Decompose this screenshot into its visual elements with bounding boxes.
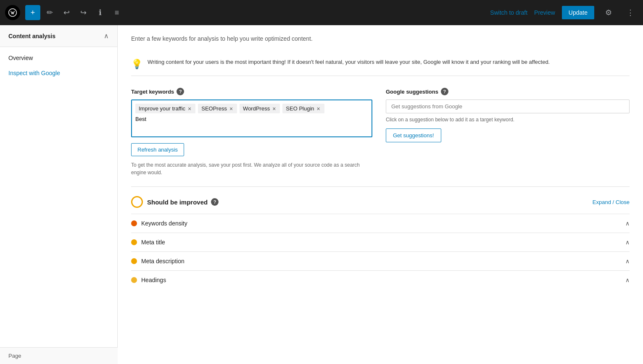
keyword-tag-wordpress: WordPress × xyxy=(240,104,280,113)
col-right: Google suggestions ? Click on a suggesti… xyxy=(386,88,630,176)
keywords-density-label: Keywords density xyxy=(141,220,187,227)
close-link[interactable]: Close xyxy=(616,199,630,205)
keyword-tag-label: SEO Plugin xyxy=(286,105,314,112)
add-block-button[interactable]: + xyxy=(25,5,40,20)
keyword-tag-improve-traffic: Improve your traffic × xyxy=(135,104,195,113)
analysis-item-headings[interactable]: Headings ∧ xyxy=(131,270,630,289)
bottom-bar-label: Page xyxy=(8,353,21,359)
improvement-title: Should be improved ? xyxy=(147,198,219,206)
update-button[interactable]: Update xyxy=(562,6,594,19)
sidebar-nav: Overview Inspect with Google xyxy=(0,47,117,84)
analysis-hint: To get the most accurate analysis, save … xyxy=(131,161,372,176)
google-suggestions-label: Google suggestions ? xyxy=(386,88,630,95)
bottom-bar: Page xyxy=(0,347,118,364)
keywords-density-dot xyxy=(131,220,137,226)
keyword-tag-remove-seo-plugin[interactable]: × xyxy=(316,106,321,112)
improvement-header: Should be improved ? Expand / Close xyxy=(131,190,630,214)
undo-button[interactable]: ↩ xyxy=(59,5,74,20)
analysis-item-keywords-density[interactable]: Keywords density ∧ xyxy=(131,214,630,233)
get-suggestions-button[interactable]: Get suggestions! xyxy=(386,128,441,142)
analysis-item-meta-title[interactable]: Meta title ∧ xyxy=(131,233,630,251)
more-options-icon[interactable]: ⋮ xyxy=(623,5,638,20)
hint-text: Enter a few keywords for analysis to hel… xyxy=(131,35,630,42)
headings-chevron: ∧ xyxy=(625,277,630,283)
two-col: Target keywords ? Improve your traffic ×… xyxy=(131,88,630,176)
meta-title-dot xyxy=(131,239,137,245)
preview-button[interactable]: Preview xyxy=(534,9,555,16)
topbar: + ✏ ↩ ↪ ℹ ≡ Switch to draft Preview Upda… xyxy=(0,0,643,25)
keyword-tag-seopress: SEOPress × xyxy=(198,104,237,113)
wp-logo[interactable] xyxy=(5,5,20,20)
redo-button[interactable]: ↪ xyxy=(76,5,91,20)
target-keywords-label: Target keywords ? xyxy=(131,88,372,95)
list-view-button[interactable]: ≡ xyxy=(109,5,124,20)
sidebar-item-inspect[interactable]: Inspect with Google xyxy=(0,65,117,81)
keyword-tag-remove-improve-traffic[interactable]: × xyxy=(187,106,192,112)
target-keywords-help-icon[interactable]: ? xyxy=(177,88,184,95)
keywords-input-box[interactable]: Improve your traffic × SEOPress × WordPr… xyxy=(131,100,372,137)
sidebar-panel-title: Content analysis xyxy=(8,33,55,39)
improvement-help-icon[interactable]: ? xyxy=(211,198,219,206)
main-content: Enter a few keywords for analysis to hel… xyxy=(118,25,643,364)
improvement-status-circle xyxy=(131,196,143,208)
sidebar-panel-header: Content analysis ∧ xyxy=(0,25,117,47)
keyword-tag-remove-seopress[interactable]: × xyxy=(229,106,234,112)
suggestions-hint: Click on a suggestion below to add it as… xyxy=(386,117,630,123)
section-divider xyxy=(131,186,630,187)
col-left: Target keywords ? Improve your traffic ×… xyxy=(131,88,372,176)
topbar-tools: + ✏ ↩ ↪ ℹ ≡ xyxy=(25,5,124,20)
meta-description-dot xyxy=(131,258,137,264)
meta-description-chevron: ∧ xyxy=(625,258,630,264)
switch-draft-button[interactable]: Switch to draft xyxy=(490,9,527,16)
keyword-input[interactable] xyxy=(135,116,206,122)
sidebar-item-overview[interactable]: Overview xyxy=(0,50,117,65)
google-suggestions-help-icon[interactable]: ? xyxy=(441,88,448,95)
headings-label: Headings xyxy=(141,277,166,283)
edit-button[interactable]: ✏ xyxy=(42,5,57,20)
layout: Content analysis ∧ Overview Inspect with… xyxy=(0,25,643,364)
expand-link[interactable]: Expand xyxy=(593,199,611,205)
keyword-tag-label: WordPress xyxy=(243,105,270,112)
keyword-tag-label: SEOPress xyxy=(201,105,227,112)
keyword-tag-label: Improve your traffic xyxy=(139,105,185,112)
warning-icon: 💡 xyxy=(131,59,142,70)
keyword-tag-seo-plugin: SEO Plugin × xyxy=(282,104,324,113)
meta-title-label: Meta title xyxy=(141,239,165,246)
refresh-analysis-button[interactable]: Refresh analysis xyxy=(131,143,184,156)
google-suggestions-input[interactable] xyxy=(386,100,630,113)
sidebar: Content analysis ∧ Overview Inspect with… xyxy=(0,25,118,364)
headings-dot xyxy=(131,277,137,283)
keywords-density-chevron: ∧ xyxy=(625,220,630,227)
meta-title-chevron: ∧ xyxy=(625,239,630,246)
analysis-item-meta-description[interactable]: Meta description ∧ xyxy=(131,251,630,270)
expand-close-controls: Expand / Close xyxy=(593,199,630,205)
settings-icon[interactable]: ⚙ xyxy=(601,5,616,20)
keyword-tag-remove-wordpress[interactable]: × xyxy=(271,106,277,112)
info-button[interactable]: ℹ xyxy=(92,5,108,20)
meta-description-label: Meta description xyxy=(141,258,184,264)
sidebar-collapse-button[interactable]: ∧ xyxy=(104,32,109,40)
warning-text: Writing content for your users is the mo… xyxy=(148,58,550,66)
topbar-right: Switch to draft Preview Update ⚙ ⋮ xyxy=(490,5,638,20)
warning-box: 💡 Writing content for your users is the … xyxy=(131,52,630,76)
